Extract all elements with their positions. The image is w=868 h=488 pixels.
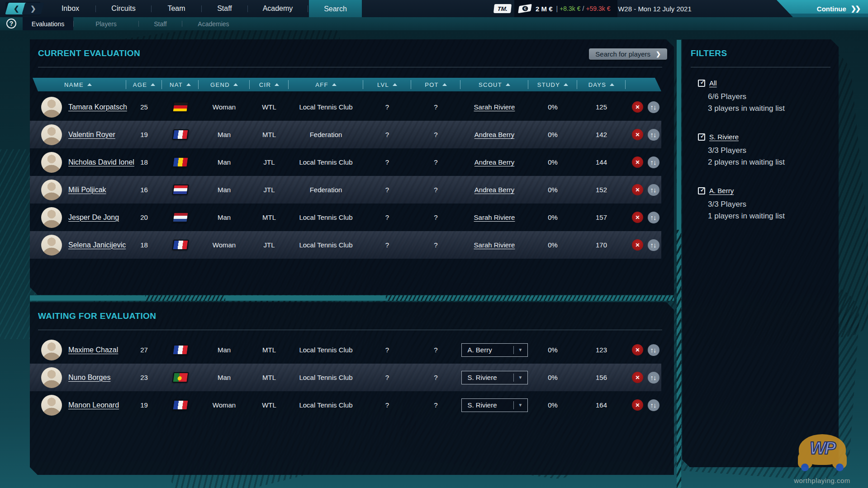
scout-link[interactable]: Andrea Berry	[474, 158, 514, 166]
help-button[interactable]: ?	[6, 19, 16, 28]
column-header-scout[interactable]: SCOUT	[460, 78, 528, 91]
reorder-button[interactable]: ↑↓	[648, 101, 659, 113]
column-header-study[interactable]: STUDY	[528, 78, 577, 91]
player-name-link[interactable]: Jesper De Jong	[68, 213, 119, 222]
column-header-age[interactable]: AGE	[126, 78, 162, 91]
column-header-lvl[interactable]: LVL	[363, 78, 411, 91]
scout-link[interactable]: Andrea Berry	[474, 131, 514, 138]
column-header-gend[interactable]: GEND	[199, 78, 250, 91]
days-cell: 123	[577, 346, 626, 354]
remove-button[interactable]: ✕	[632, 156, 643, 168]
scout-link[interactable]: Sarah Riviere	[474, 241, 515, 249]
forward-icon: ❯	[30, 5, 36, 13]
scout-dropdown[interactable]: A. Berry▼	[461, 343, 528, 357]
study-cell: 0%	[528, 131, 577, 138]
column-header-aff[interactable]: AFF	[289, 78, 363, 91]
waiting-player-row[interactable]: Nuno Borges 23 Man MTL Local Tennis Club…	[30, 364, 661, 391]
reorder-button[interactable]: ↑↓	[648, 344, 659, 356]
subtab-academies[interactable]: Academies	[182, 17, 245, 30]
sort-asc-icon	[442, 83, 447, 86]
remove-button[interactable]: ✕	[632, 212, 643, 223]
player-row[interactable]: Jesper De Jong 20 Man MTL Local Tennis C…	[30, 204, 661, 231]
continue-button[interactable]: Continue ❯❯	[777, 0, 868, 17]
filter-checkbox-aberry[interactable]: ✓ A. Berry	[698, 187, 839, 194]
player-avatar	[41, 235, 62, 256]
remove-button[interactable]: ✕	[632, 372, 643, 383]
reorder-button[interactable]: ↑↓	[648, 399, 659, 411]
player-name-link[interactable]: Nuno Borges	[68, 374, 110, 382]
sort-asc-icon	[87, 83, 92, 86]
forward-button[interactable]: ❯	[22, 3, 44, 14]
remove-button[interactable]: ✕	[632, 239, 643, 251]
subtab-staff[interactable]: Staff	[139, 17, 182, 30]
player-name-link[interactable]: Selena Janicijevic	[68, 241, 126, 249]
tab-academy[interactable]: Academy	[248, 0, 308, 17]
filters-title: FILTERS	[691, 48, 727, 58]
remove-button[interactable]: ✕	[632, 129, 643, 140]
circuit-cell: JTL	[250, 186, 289, 194]
player-name-link[interactable]: Mili Poljicak	[68, 186, 106, 194]
reorder-button[interactable]: ↑↓	[648, 239, 659, 251]
remove-button[interactable]: ✕	[632, 399, 643, 411]
waiting-player-row[interactable]: Manon Leonard 19 Woman WTL Local Tennis …	[30, 391, 661, 419]
chevron-down-icon: ▼	[514, 347, 527, 352]
player-name-link[interactable]: Valentin Royer	[68, 131, 115, 139]
tab-staff[interactable]: Staff	[202, 0, 247, 17]
affiliation-cell: Federation	[289, 131, 363, 138]
scout-dropdown[interactable]: S. Riviere▼	[461, 371, 528, 384]
history-nav: ❮ ❯	[5, 2, 41, 15]
reorder-button[interactable]: ↑↓	[648, 184, 659, 196]
weekly-expense: +59.3k €	[586, 5, 610, 12]
age-cell: 18	[126, 241, 162, 249]
section-divider	[30, 295, 674, 301]
age-cell: 19	[126, 401, 162, 409]
scout-link[interactable]: Sarah Riviere	[474, 213, 515, 221]
search-for-players-button[interactable]: Search for players ❯	[589, 48, 667, 60]
reorder-button[interactable]: ↑↓	[648, 372, 659, 384]
checkbox-icon: ✓	[698, 187, 705, 194]
potential-cell: ?	[411, 213, 460, 221]
column-header-nat[interactable]: NAT	[162, 78, 199, 91]
tab-inbox[interactable]: Inbox	[45, 0, 95, 17]
scout-link[interactable]: Andrea Berry	[474, 186, 514, 194]
level-cell: ?	[363, 346, 411, 354]
player-row[interactable]: Nicholas David Ionel 18 Man JTL Local Te…	[30, 148, 661, 176]
age-cell: 16	[126, 186, 162, 194]
column-header-days[interactable]: DAYS	[577, 78, 626, 91]
reorder-button[interactable]: ↑↓	[648, 156, 659, 168]
circuit-cell: JTL	[250, 158, 289, 166]
reorder-button[interactable]: ↑↓	[648, 129, 659, 141]
player-row[interactable]: Selena Janicijevic 18 Woman JTL Local Te…	[30, 231, 661, 259]
filter-checkbox-all[interactable]: ✓ All	[698, 79, 839, 87]
age-cell: 20	[126, 213, 162, 221]
remove-button[interactable]: ✕	[632, 344, 643, 355]
tab-circuits[interactable]: Circuits	[96, 0, 151, 17]
column-header-cir[interactable]: CIR	[250, 78, 289, 91]
filter-checkbox-sriviere[interactable]: ✓ S. Riviere	[698, 133, 839, 141]
player-name-link[interactable]: Manon Leonard	[68, 401, 119, 409]
remove-button[interactable]: ✕	[632, 184, 643, 195]
flag-icon	[172, 240, 189, 250]
player-row[interactable]: Tamara Korpatsch 25 Woman WTL Local Tenn…	[30, 93, 661, 121]
nationality-cell	[162, 240, 199, 250]
tab-team[interactable]: Team	[152, 0, 201, 17]
subtab-players[interactable]: Players	[74, 17, 138, 30]
subtab-evaluations[interactable]: Evaluations	[23, 17, 73, 30]
study-cell: 0%	[528, 103, 577, 111]
waiting-player-row[interactable]: Maxime Chazal 27 Man MTL Local Tennis Cl…	[30, 336, 661, 364]
column-header-pot[interactable]: POT	[411, 78, 460, 91]
gender-cell: Man	[199, 131, 250, 138]
player-name-link[interactable]: Tamara Korpatsch	[68, 103, 127, 111]
tab-search[interactable]: Search	[309, 0, 362, 18]
column-header-name[interactable]: NAME	[30, 78, 126, 91]
player-row[interactable]: Mili Poljicak 16 Man JTL Federation ? ? …	[30, 176, 661, 204]
filter-player-count: 3/3 Players	[708, 200, 839, 209]
remove-button[interactable]: ✕	[632, 101, 643, 113]
player-name-link[interactable]: Maxime Chazal	[68, 346, 118, 354]
player-row[interactable]: Valentin Royer 19 Man MTL Federation ? ?…	[30, 121, 661, 148]
player-name-link[interactable]: Nicholas David Ionel	[68, 158, 134, 166]
scout-link[interactable]: Sarah Riviere	[474, 103, 515, 111]
nationality-cell	[162, 400, 199, 410]
reorder-button[interactable]: ↑↓	[648, 212, 659, 223]
scout-dropdown[interactable]: S. Riviere▼	[461, 398, 528, 412]
